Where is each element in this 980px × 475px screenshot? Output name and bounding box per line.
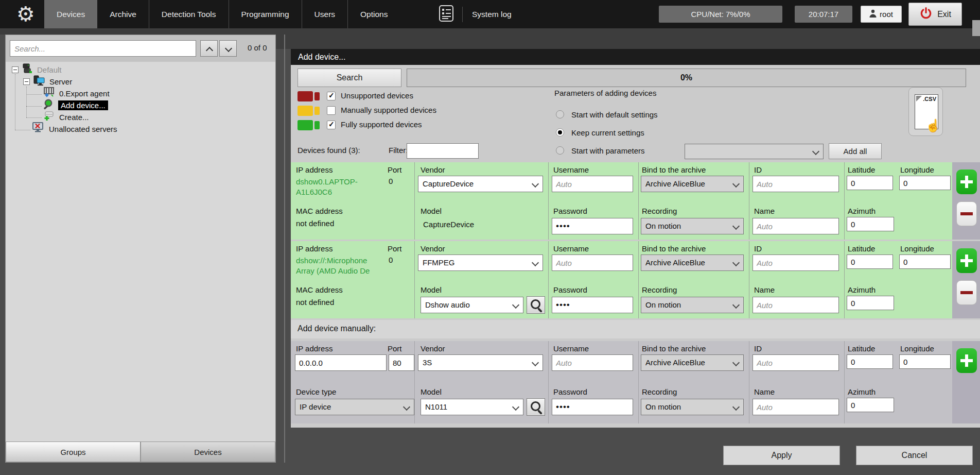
azimuth-input[interactable] bbox=[847, 398, 894, 412]
remove-row-button[interactable] bbox=[956, 280, 977, 305]
collapse-icon[interactable] bbox=[23, 78, 30, 85]
tree-search-input[interactable] bbox=[10, 40, 196, 57]
cancel-button[interactable]: Cancel bbox=[856, 446, 973, 465]
apply-button[interactable]: Apply bbox=[723, 446, 840, 465]
vendor-dropdown[interactable]: FFMPEG bbox=[418, 255, 543, 271]
name-label: Name bbox=[754, 207, 775, 215]
name-input[interactable] bbox=[752, 399, 839, 415]
checkbox-fully-supported-devices[interactable] bbox=[327, 121, 336, 129]
latitude-input[interactable] bbox=[847, 354, 893, 369]
id-input[interactable] bbox=[752, 255, 839, 271]
username-input[interactable] bbox=[552, 354, 633, 371]
password-input[interactable] bbox=[552, 399, 633, 415]
archive-dropdown[interactable]: Archive AliceBlue bbox=[641, 255, 744, 271]
checkbox-manually-supported-devices[interactable] bbox=[327, 106, 336, 115]
model-search-button[interactable] bbox=[527, 296, 545, 314]
search-next-button[interactable] bbox=[219, 40, 237, 57]
model-search-button[interactable] bbox=[527, 398, 545, 416]
tree-item-server[interactable]: Server bbox=[23, 76, 72, 87]
divider bbox=[414, 341, 415, 423]
id-input[interactable] bbox=[752, 176, 839, 192]
import-csv-button[interactable]: .CSV ☝ bbox=[908, 87, 943, 136]
longitude-input[interactable] bbox=[899, 176, 951, 190]
tab-detection-tools[interactable]: Detection Tools bbox=[149, 0, 229, 28]
longitude-input[interactable] bbox=[899, 255, 951, 269]
add-row-button[interactable] bbox=[956, 348, 977, 373]
tree-item-export-agent[interactable]: 0.Export agent bbox=[43, 88, 110, 99]
device-type-dropdown[interactable]: IP device bbox=[295, 399, 414, 415]
chevron-down-icon bbox=[732, 359, 740, 366]
vendor-label: Vendor bbox=[421, 165, 445, 174]
longitude-input[interactable] bbox=[899, 354, 951, 369]
tree-item-unallocated-servers[interactable]: Unallocated servers bbox=[31, 123, 117, 134]
parameters-dropdown[interactable] bbox=[685, 144, 824, 159]
tree-item-add-device[interactable]: Add device... bbox=[43, 99, 108, 111]
add-all-button[interactable]: Add all bbox=[829, 143, 882, 159]
username-input[interactable] bbox=[552, 176, 633, 192]
tab-devices-list[interactable]: Devices bbox=[141, 442, 275, 462]
user-button[interactable]: root bbox=[861, 6, 902, 23]
radio-start-parameters[interactable] bbox=[556, 146, 564, 155]
name-input[interactable] bbox=[752, 218, 839, 234]
add-row-button[interactable] bbox=[956, 248, 977, 273]
manual-ip-input[interactable] bbox=[295, 354, 387, 371]
archive-dropdown[interactable]: Archive AliceBlue bbox=[641, 176, 744, 192]
checkbox-unsupported-devices[interactable] bbox=[327, 92, 336, 100]
scrollbar-thumb[interactable] bbox=[972, 20, 980, 36]
tree-search-row: 0 of 0 bbox=[6, 35, 275, 62]
ip-value: dshow://:Microphone Array (AMD Audio De bbox=[296, 256, 384, 276]
model-dropdown[interactable]: N1011 bbox=[421, 399, 523, 415]
manual-port-input[interactable] bbox=[389, 354, 414, 371]
password-input[interactable] bbox=[552, 218, 633, 234]
radio-label: Keep current settings bbox=[571, 128, 644, 137]
panel-splitter[interactable] bbox=[284, 35, 285, 463]
name-input[interactable] bbox=[752, 297, 839, 313]
password-input[interactable] bbox=[552, 297, 633, 313]
username-label: Username bbox=[553, 344, 589, 353]
tab-groups[interactable]: Groups bbox=[6, 442, 141, 462]
search-devices-button[interactable]: Search bbox=[297, 69, 401, 87]
tree-item-default[interactable]: Default bbox=[12, 64, 62, 75]
top-bar: ⚙ Devices Archive Detection Tools Progra… bbox=[0, 0, 980, 28]
tab-archive[interactable]: Archive bbox=[97, 0, 149, 28]
vendor-dropdown[interactable]: 3S bbox=[418, 354, 543, 371]
filter-label: Filter: bbox=[389, 146, 408, 155]
tree-item-create[interactable]: Create... bbox=[43, 111, 89, 123]
azimuth-input[interactable] bbox=[847, 217, 894, 231]
model-dropdown[interactable]: Dshow audio bbox=[421, 297, 523, 313]
azimuth-input[interactable] bbox=[847, 296, 894, 310]
exit-label: Exit bbox=[937, 10, 951, 19]
checkbox-label: Manually supported devices bbox=[341, 106, 436, 114]
vendor-dropdown[interactable]: CaptureDevice bbox=[418, 176, 543, 192]
archive-dropdown[interactable]: Archive AliceBlue bbox=[641, 354, 744, 371]
divider bbox=[638, 241, 639, 318]
recording-dropdown[interactable]: On motion bbox=[641, 297, 744, 313]
id-input[interactable] bbox=[752, 354, 839, 371]
id-label: ID bbox=[754, 165, 762, 174]
recording-dropdown[interactable]: On motion bbox=[641, 399, 744, 415]
recording-dropdown[interactable]: On motion bbox=[641, 218, 744, 234]
app-window: { "topbar": { "tabs": [ {"label": "Devic… bbox=[0, 0, 980, 475]
search-prev-button[interactable] bbox=[200, 40, 218, 57]
radio-start-default[interactable] bbox=[556, 110, 564, 118]
username-input[interactable] bbox=[552, 255, 633, 271]
latitude-input[interactable] bbox=[847, 255, 893, 269]
chevron-up-icon bbox=[206, 47, 213, 54]
tab-users[interactable]: Users bbox=[302, 0, 347, 28]
collapse-icon[interactable] bbox=[12, 66, 19, 73]
latitude-input[interactable] bbox=[847, 176, 893, 190]
exit-button[interactable]: Exit bbox=[908, 3, 962, 26]
add-row-button[interactable] bbox=[956, 169, 977, 194]
tab-programming[interactable]: Programming bbox=[229, 0, 302, 28]
filter-input[interactable] bbox=[407, 143, 479, 159]
tree-connector bbox=[26, 87, 27, 117]
longitude-label: Longitude bbox=[900, 244, 934, 253]
tab-options[interactable]: Options bbox=[347, 0, 400, 28]
cpu-net-indicator[interactable]: CPU/Net: 7%/0% bbox=[659, 6, 782, 23]
remove-row-button[interactable] bbox=[956, 201, 977, 226]
settings-gear-icon[interactable]: ⚙ bbox=[14, 0, 37, 28]
system-log-item[interactable]: System log bbox=[439, 0, 512, 28]
tab-devices[interactable]: Devices bbox=[44, 0, 97, 28]
radio-keep-current[interactable] bbox=[556, 128, 564, 137]
divider bbox=[749, 341, 749, 423]
